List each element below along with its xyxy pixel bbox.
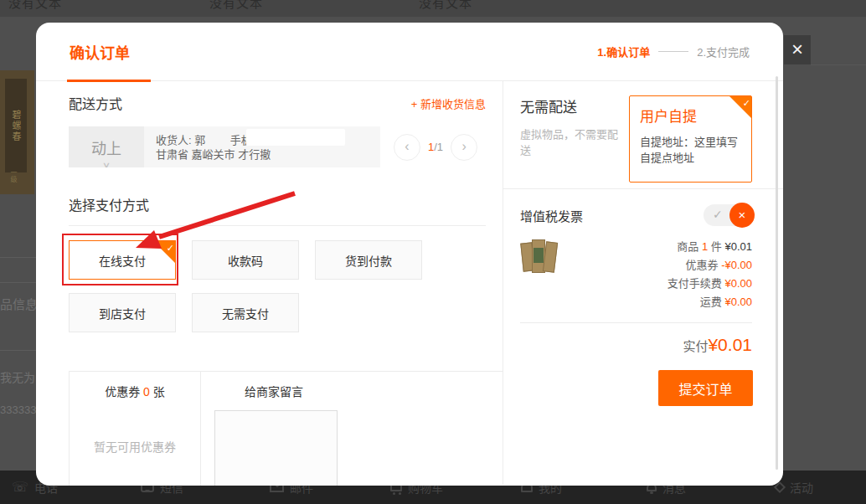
total-label: 实付 — [683, 339, 708, 353]
page-indicator: 1/1 — [428, 141, 443, 153]
summary-row-coupon: 优惠券 -¥0.00 — [557, 256, 752, 275]
payment-option-online[interactable]: 在线支付 ✓ — [69, 240, 176, 280]
next-page-button[interactable]: › — [451, 134, 477, 161]
selected-check-badge: ✓ — [153, 241, 175, 263]
toolbar-item-activity[interactable]: 活动 — [776, 479, 813, 496]
goods-count: 1 — [702, 240, 708, 253]
bg-text-info: 品信息 — [0, 295, 38, 312]
invoice-toggle[interactable]: ✓ × — [704, 204, 752, 226]
bg-header-text: 没有文本 — [8, 0, 62, 11]
close-button[interactable]: × — [784, 35, 811, 64]
address-card[interactable]: 动上 ∨ 收货人: 郭 手机: 甘肃省 嘉峪关市 才行撤 — [69, 126, 380, 167]
screen: 没有文本 没有文本 没有文本 碧螺春 一级 品信息 我无为 3333333333… — [0, 0, 866, 504]
step-payment-complete: 2.支付完成 — [697, 44, 750, 59]
goods-value: ¥0.01 — [724, 240, 752, 253]
total-value: ¥0.01 — [708, 335, 752, 354]
page-title: 确认订单 — [70, 41, 130, 63]
modal-header: 确认订单 1.确认订单 2.支付完成 — [36, 23, 783, 81]
confirm-order-modal: 确认订单 1.确认订单 2.支付完成 配送方式 + 新增收货信息 动上 — [36, 23, 783, 486]
payment-method-heading: 选择支付方式 — [69, 194, 486, 226]
chevron-left-icon: ‹ — [405, 139, 409, 153]
title-underline — [67, 80, 151, 82]
price-summary: 商品 1 件 ¥0.01 优惠券 -¥0.00 支付手续费 ¥0.00 — [557, 238, 752, 311]
merchant-message-input[interactable] — [214, 410, 338, 486]
address-tag[interactable]: 动上 ∨ — [69, 126, 144, 167]
payment-option-label: 在线支付 — [99, 252, 146, 269]
address-info: 收货人: 郭 手机: 甘肃省 嘉峪关市 才行撤 — [144, 126, 380, 167]
phone-redaction — [246, 129, 345, 146]
divider — [0, 282, 36, 283]
background-page-header: 没有文本 没有文本 没有文本 — [0, 0, 866, 17]
product-package-label: 碧螺春 — [5, 79, 27, 172]
payment-option-cod[interactable]: 货到付款 — [315, 240, 422, 280]
left-column: 配送方式 + 新增收货信息 动上 ∨ 收货人: 郭 手机: — [36, 81, 503, 485]
toolbar-item-label: 活动 — [790, 479, 813, 496]
summary-row-goods: 商品 1 件 ¥0.01 — [557, 238, 752, 256]
coupon-empty-text: 暂无可用优惠券 — [70, 438, 200, 455]
bg-text-chat: 我无为 — [0, 368, 35, 385]
self-pickup-option[interactable]: 用户自提 自提地址：这里填写自提点地址 ✓ — [629, 95, 752, 183]
merchant-message-heading: 给商家留言 — [214, 383, 333, 399]
background-product-image: 碧螺春 一级 — [0, 70, 34, 194]
summary-row-fee: 支付手续费 ¥0.00 — [557, 275, 752, 293]
product-thumbnail — [522, 238, 557, 275]
phone-icon: ☏ — [12, 481, 28, 493]
product-grade-label: 一级 — [8, 169, 18, 183]
self-pickup-desc: 自提地址：这里填写自提点地址 — [640, 134, 741, 166]
delivery-method-heading: 配送方式 — [69, 93, 122, 113]
coupon-count: 0 — [143, 385, 150, 399]
divider — [811, 64, 866, 65]
total-line: 实付¥0.01 — [503, 323, 783, 355]
toggle-off-icon: × — [729, 203, 755, 228]
modal-scrollbar[interactable] — [776, 76, 778, 470]
address-pager: ‹ 1/1 › — [394, 134, 477, 161]
payment-option-label: 到店支付 — [99, 305, 146, 321]
payment-option-label: 货到付款 — [345, 252, 392, 269]
check-icon: ✓ — [743, 98, 750, 109]
chevron-right-icon: › — [461, 139, 466, 153]
step-confirm-order: 1.确认订单 — [597, 44, 650, 59]
self-pickup-title: 用户自提 — [640, 105, 741, 126]
coupon-title: 优惠券 0 张 — [70, 383, 200, 399]
payment-option-qrcode[interactable]: 收款码 — [192, 240, 299, 280]
no-delivery-desc: 虚拟物品，不需要配送 — [520, 126, 626, 158]
vat-invoice-heading: 增值税发票 — [520, 207, 583, 224]
right-column: 无需配送 虚拟物品，不需要配送 用户自提 自提地址：这里填写自提点地址 ✓ 增值… — [503, 81, 783, 485]
receiver-label: 收货人: 郭 — [156, 134, 205, 147]
no-delivery-option[interactable]: 无需配送 虚拟物品，不需要配送 — [520, 95, 626, 188]
steps-indicator: 1.确认订单 2.支付完成 — [597, 44, 750, 59]
check-icon: ✓ — [167, 243, 174, 254]
divider — [0, 350, 36, 351]
address-line: 甘肃省 嘉峪关市 才行撤 — [156, 147, 380, 162]
total-pages: 1 — [437, 141, 443, 153]
bg-header-text: 没有文本 — [419, 0, 472, 11]
step-connector — [658, 51, 688, 52]
divider — [0, 257, 36, 258]
chevron-down-icon: ∨ — [102, 161, 111, 169]
close-icon: × — [791, 38, 803, 60]
address-tag-label: 动上 — [91, 136, 121, 158]
bg-header-text: 没有文本 — [209, 0, 263, 11]
selected-check-badge: ✓ — [729, 96, 751, 118]
submit-order-button[interactable]: 提交订单 — [658, 370, 753, 406]
check-icon: ✓ — [713, 208, 723, 221]
payment-option-none[interactable]: 无需支付 — [192, 293, 299, 332]
payment-option-instore[interactable]: 到店支付 — [69, 293, 176, 332]
prev-page-button[interactable]: ‹ — [394, 134, 420, 161]
payment-option-label: 收款码 — [228, 252, 263, 269]
no-delivery-title: 无需配送 — [520, 95, 626, 116]
coupon-panel[interactable]: 优惠券 0 张 暂无可用优惠券 — [69, 372, 201, 486]
payment-option-label: 无需支付 — [222, 305, 269, 321]
message-panel: 给商家留言 — [201, 372, 338, 486]
summary-row-shipping: 运费 ¥0.00 — [557, 293, 752, 311]
add-address-link[interactable]: + 新增收货信息 — [411, 95, 486, 111]
